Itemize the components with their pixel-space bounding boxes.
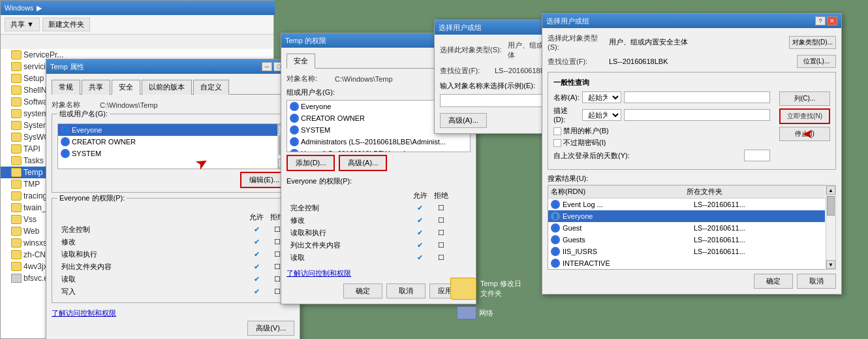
ok-button[interactable]: 确定 — [754, 274, 793, 289]
folder-icon — [11, 121, 22, 130]
dialog-title-text: 选择用户或组 — [439, 23, 482, 33]
perm-allow[interactable]: ✔ — [411, 202, 430, 214]
result-folder: LS--20160611... — [694, 236, 822, 244]
name-query-input[interactable] — [624, 91, 770, 103]
tab-bar: 常规 共享 安全 以前的版本 自定义 — [52, 79, 294, 95]
result-name: Guests — [563, 236, 691, 244]
perm-deny[interactable]: ☐ — [431, 252, 451, 263]
permissions-table: 允许 拒绝 完全控制 ✔ ☐ 修改 ✔ ☐ 读取和执行 ✔ ☐ — [287, 189, 452, 265]
tree-item-label: Vss — [23, 215, 37, 224]
scroll-down[interactable]: ▼ — [826, 260, 835, 269]
perm-allow[interactable]: ✔ — [247, 236, 266, 248]
add-advanced-buttons: 添加(D)... 高级(A)... — [287, 155, 471, 171]
user-admins[interactable]: 👤 Administrators (LS--20160618LBE\Admini… — [287, 136, 470, 148]
tab-security[interactable]: 安全 — [112, 80, 140, 95]
select-type-row: 选择此对象类型(S): 用户、组或内置安全主体 对象类型(D)... — [548, 33, 836, 51]
tab-previous[interactable]: 以前的版本 — [142, 80, 192, 95]
result-interactive[interactable]: 👤 INTERACTIVE — [548, 257, 825, 269]
tab-general[interactable]: 常规 — [52, 80, 80, 95]
result-name: INTERACTIVE — [563, 259, 691, 267]
share-button[interactable]: 共享 ▼ — [5, 18, 40, 31]
minimize-button[interactable]: ─ — [262, 62, 272, 71]
search-now-button[interactable]: 立即查找(N) — [779, 108, 830, 124]
select-user-right-content: 选择此对象类型(S): 用户、组或内置安全主体 对象类型(D)... 查找位置(… — [542, 28, 841, 294]
add-button[interactable]: 添加(D)... — [287, 155, 335, 171]
location-button[interactable]: 位置(L)... — [797, 55, 836, 68]
result-iusr[interactable]: 👤 IUSR — [548, 269, 825, 270]
name-option-select[interactable]: 起始为 — [582, 91, 621, 103]
access-control-link[interactable]: 了解访问控制和权限 — [287, 268, 471, 278]
disabled-account-check[interactable]: 禁用的帐户(B) — [553, 126, 770, 136]
perm-deny[interactable]: ☐ — [431, 227, 451, 238]
perm-allow[interactable]: ✔ — [411, 240, 430, 251]
perm-deny[interactable]: ☐ — [431, 215, 451, 226]
user-users[interactable]: 👤 Users (LS--20160618LBE\Users) — [287, 148, 470, 152]
general-query-section: 一般性查询 名称(A): 起始为 描述(D): 起始为 — [548, 72, 836, 170]
help-button[interactable]: ? — [815, 16, 826, 25]
users-listbox[interactable]: 👤 Everyone 👤 CREATOR OWNER 👤 SYSTEM ▲ ▼ — [57, 123, 288, 169]
result-folder: LS--20160611... — [694, 248, 822, 255]
list-button[interactable]: 列(C)... — [779, 91, 830, 106]
user-everyone[interactable]: 👤 Everyone — [58, 124, 288, 136]
search-results-container: 名称(RDN) 所在文件夹 👤 Event Log ... LS--201606… — [548, 185, 836, 270]
days-row: 自上次登录后的天数(Y): — [553, 150, 770, 161]
result-iis-iusrs[interactable]: 👤 IIS_IUSRS LS--20160611... — [548, 246, 825, 257]
advanced-button[interactable]: 高级(V)... — [247, 321, 294, 336]
result-event-log[interactable]: 👤 Event Log ... LS--20160611... — [548, 199, 825, 210]
perm-allow[interactable]: ✔ — [247, 249, 266, 260]
query-left: 名称(A): 起始为 描述(D): 起始为 — [553, 91, 770, 164]
col-name: 名称(RDN) — [551, 187, 687, 197]
folder-icon — [11, 62, 22, 71]
desc-query-input[interactable] — [624, 109, 770, 121]
perm-name: 读取和执行 — [59, 249, 245, 260]
checkbox-icon — [553, 127, 561, 135]
user-creator-owner[interactable]: 👤 CREATOR OWNER — [58, 136, 288, 148]
result-everyone[interactable]: 👤 Everyone — [548, 210, 825, 222]
results-scrollbar[interactable]: ▲ ▼ — [826, 185, 836, 270]
perm-allow[interactable]: ✔ — [247, 224, 266, 235]
perm-deny[interactable]: ☐ — [431, 202, 451, 214]
days-input[interactable] — [744, 150, 770, 161]
ok-button[interactable]: 确定 — [343, 283, 382, 299]
checkbox-icon — [553, 139, 561, 147]
scroll-up[interactable]: ▲ — [826, 186, 835, 195]
perm-allow[interactable]: ✔ — [247, 286, 266, 297]
perm-allow[interactable]: ✔ — [411, 227, 430, 238]
access-control-link[interactable]: 了解访问控制和权限 — [52, 309, 116, 317]
user-icon: 👤 — [551, 259, 560, 268]
perm-allow[interactable]: ✔ — [247, 274, 266, 285]
search-results-list[interactable]: 名称(RDN) 所在文件夹 👤 Event Log ... LS--201606… — [548, 185, 836, 270]
result-guests[interactable]: 👤 Guests LS--20160611... — [548, 234, 825, 246]
cancel-button[interactable]: 取消 — [386, 283, 426, 299]
explorer-title: Windows — [5, 4, 34, 12]
toolbar: 共享 ▼ 新建文件夹 — [1, 15, 273, 35]
temp-folder-label1: Temp 修改日 — [480, 279, 521, 289]
advanced-button-perm[interactable]: 高级(A)... — [339, 155, 387, 171]
query-buttons: 列(C)... 立即查找(N) 停止(I) — [779, 91, 830, 164]
desc-option-select[interactable]: 起始为 — [582, 109, 621, 121]
new-folder-button[interactable]: 新建文件夹 — [42, 18, 90, 31]
close-button[interactable]: ✕ — [827, 16, 837, 25]
tab-security[interactable]: 安全 — [287, 54, 315, 69]
tree-item-label: Temp — [23, 168, 42, 177]
perm-deny[interactable]: ☐ — [431, 240, 451, 251]
group-users-title: 组或用户名(G): — [57, 109, 110, 119]
scroll-thumb[interactable] — [827, 196, 835, 216]
no-expire-check[interactable]: 不过期密码(I) — [553, 138, 770, 148]
perm-allow[interactable]: ✔ — [247, 261, 266, 272]
user-system[interactable]: 👤 SYSTEM — [58, 148, 288, 159]
query-fields: 名称(A): 起始为 描述(D): 起始为 — [553, 91, 830, 164]
user-icon: 👤 — [290, 114, 299, 123]
object-type-button[interactable]: 对象类型(D)... — [789, 36, 836, 49]
checkbox-options: 禁用的帐户(B) 不过期密码(I) 自上次登录后的天数(Y): — [553, 126, 770, 164]
advanced-button[interactable]: 高级(A)... — [440, 113, 487, 128]
perm-allow[interactable]: ✔ — [411, 252, 430, 263]
result-guest[interactable]: 👤 Guest LS--20160611... — [548, 222, 825, 234]
tab-share[interactable]: 共享 — [82, 80, 110, 95]
perm-allow[interactable]: ✔ — [411, 215, 430, 226]
stop-button[interactable]: 停止(I) — [779, 127, 830, 141]
tab-custom[interactable]: 自定义 — [193, 80, 229, 95]
cancel-button[interactable]: 取消 — [797, 274, 836, 289]
name-query-row: 名称(A): 起始为 — [553, 91, 770, 103]
result-name: IIS_IUSRS — [563, 248, 691, 255]
